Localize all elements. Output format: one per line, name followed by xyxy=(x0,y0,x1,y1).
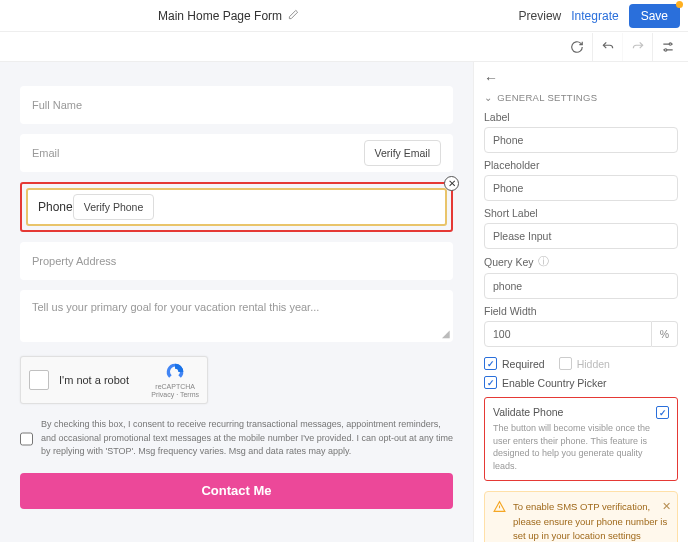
chevron-down-icon: ⌄ xyxy=(484,92,492,103)
resize-handle-icon[interactable]: ◢ xyxy=(442,328,450,339)
recaptcha-checkbox[interactable] xyxy=(29,370,49,390)
email-placeholder: Email xyxy=(32,147,364,159)
required-checkbox[interactable]: ✓Required xyxy=(484,357,545,370)
warning-icon xyxy=(493,500,506,517)
verify-email-button[interactable]: Verify Email xyxy=(364,140,441,166)
address-placeholder: Property Address xyxy=(32,255,441,267)
recaptcha-label: I'm not a robot xyxy=(59,374,151,386)
email-field[interactable]: Email Verify Email xyxy=(20,134,453,172)
form-title: Main Home Page Form xyxy=(158,9,282,23)
recaptcha-widget[interactable]: I'm not a robot reCAPTCHA Privacy · Term… xyxy=(20,356,208,404)
label-label: Label xyxy=(484,111,678,123)
placeholder-label: Placeholder xyxy=(484,159,678,171)
querykey-label: Query Key ⓘ xyxy=(484,255,678,269)
redo-icon[interactable] xyxy=(622,33,652,61)
validate-phone-desc: The button will become visible once the … xyxy=(493,422,669,472)
settings-sidebar: ← ⌄ GENERAL SETTINGS Label Placeholder S… xyxy=(473,62,688,542)
width-unit[interactable]: % xyxy=(652,321,678,347)
validate-phone-box[interactable]: ✓ Validate Phone The button will become … xyxy=(484,397,678,481)
phone-field-selected[interactable]: ✕ Phone Verify Phone xyxy=(20,182,453,232)
top-bar: Main Home Page Form Preview Integrate Sa… xyxy=(0,0,688,32)
refresh-icon[interactable] xyxy=(562,33,592,61)
shortlabel-input[interactable] xyxy=(484,223,678,249)
shortlabel-label: Short Label xyxy=(484,207,678,219)
label-input[interactable] xyxy=(484,127,678,153)
edit-title-icon[interactable] xyxy=(288,9,299,23)
verify-phone-button[interactable]: Verify Phone xyxy=(73,194,155,220)
goal-textarea[interactable]: Tell us your primary goal for your vacat… xyxy=(20,290,453,342)
remove-field-icon[interactable]: ✕ xyxy=(444,176,459,191)
consent-text: By checking this box, I consent to recei… xyxy=(41,418,453,459)
full-name-field[interactable]: Full Name xyxy=(20,86,453,124)
validate-phone-checkbox[interactable]: ✓ xyxy=(656,406,669,419)
recaptcha-logo: reCAPTCHA Privacy · Terms xyxy=(151,362,199,398)
back-arrow-icon[interactable]: ← xyxy=(484,70,498,86)
hidden-checkbox[interactable]: ✓Hidden xyxy=(559,357,610,370)
submit-button[interactable]: Contact Me xyxy=(20,473,453,509)
validate-phone-title: Validate Phone xyxy=(493,406,669,418)
undo-icon[interactable] xyxy=(592,33,622,61)
country-picker-checkbox[interactable]: ✓Enable Country Picker xyxy=(484,376,678,389)
fieldwidth-label: Field Width xyxy=(484,305,678,317)
toolbar xyxy=(0,32,688,62)
fieldwidth-input[interactable] xyxy=(484,321,652,347)
info-icon[interactable]: ⓘ xyxy=(538,255,549,269)
close-alert-icon[interactable]: ✕ xyxy=(662,498,671,515)
sms-alert: ✕ To enable SMS OTP verification, please… xyxy=(484,491,678,542)
full-name-placeholder: Full Name xyxy=(32,99,441,111)
svg-point-1 xyxy=(664,48,666,50)
general-settings-header[interactable]: ⌄ GENERAL SETTINGS xyxy=(484,92,678,103)
address-field[interactable]: Property Address xyxy=(20,242,453,280)
alert-text: To enable SMS OTP verification, please e… xyxy=(513,501,667,541)
form-canvas: Full Name Email Verify Email ✕ Phone Ver… xyxy=(0,62,473,542)
svg-point-0 xyxy=(669,42,671,44)
consent-row: By checking this box, I consent to recei… xyxy=(20,418,453,459)
preview-link[interactable]: Preview xyxy=(519,9,562,23)
placeholder-input[interactable] xyxy=(484,175,678,201)
goal-placeholder: Tell us your primary goal for your vacat… xyxy=(32,301,319,313)
integrate-link[interactable]: Integrate xyxy=(571,9,618,23)
save-button[interactable]: Save xyxy=(629,4,680,28)
querykey-input[interactable] xyxy=(484,273,678,299)
settings-toggle-icon[interactable] xyxy=(652,33,682,61)
consent-checkbox[interactable] xyxy=(20,419,33,459)
phone-placeholder: Phone xyxy=(38,200,73,214)
